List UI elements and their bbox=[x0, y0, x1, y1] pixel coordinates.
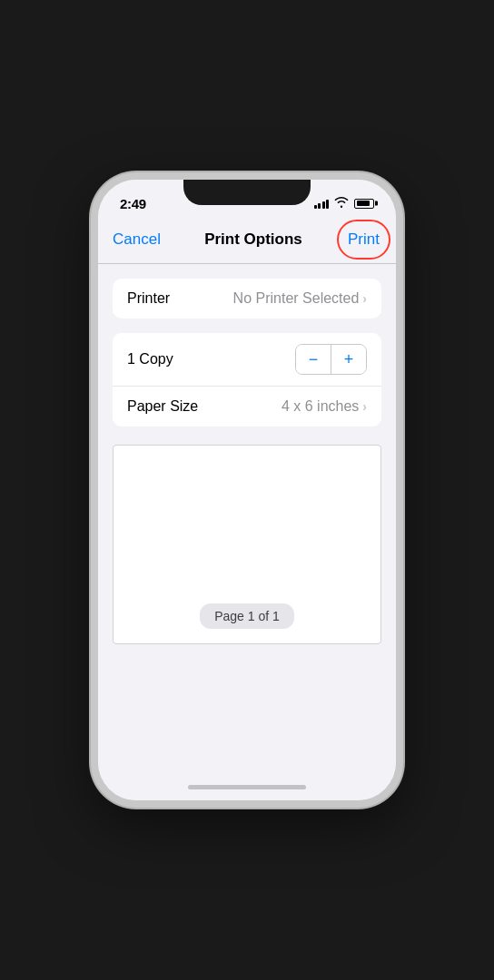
home-indicator bbox=[98, 773, 396, 800]
copy-stepper: − + bbox=[295, 344, 367, 375]
printer-row[interactable]: Printer No Printer Selected › bbox=[113, 279, 381, 318]
cancel-button[interactable]: Cancel bbox=[113, 227, 161, 252]
content-area: Printer No Printer Selected › 1 Copy − + bbox=[98, 264, 396, 773]
paper-size-value-wrapper: 4 x 6 inches › bbox=[282, 398, 367, 415]
printer-chevron-icon: › bbox=[362, 291, 367, 306]
signal-bars-icon bbox=[314, 198, 330, 209]
status-time: 2:49 bbox=[120, 196, 146, 211]
printer-label: Printer bbox=[127, 290, 170, 307]
screen: 2:49 Cancel bbox=[98, 180, 396, 800]
battery-icon bbox=[354, 199, 374, 209]
print-button-wrapper: Print bbox=[346, 227, 381, 252]
status-icons bbox=[314, 197, 375, 211]
paper-size-label: Paper Size bbox=[127, 398, 198, 415]
nav-title: Print Options bbox=[204, 230, 302, 249]
wifi-icon bbox=[334, 197, 349, 211]
print-preview: Page 1 of 1 bbox=[113, 445, 381, 644]
notch bbox=[183, 180, 311, 205]
page-indicator: Page 1 of 1 bbox=[200, 603, 294, 629]
copy-paper-section: 1 Copy − + Paper Size 4 x 6 inches › bbox=[113, 333, 381, 426]
home-bar bbox=[188, 785, 306, 789]
increment-button[interactable]: + bbox=[331, 345, 366, 374]
printer-value: No Printer Selected bbox=[233, 290, 360, 307]
copy-label: 1 Copy bbox=[127, 351, 173, 368]
phone-frame: 2:49 Cancel bbox=[91, 172, 403, 808]
paper-size-chevron-icon: › bbox=[362, 399, 367, 414]
copy-row: 1 Copy − + bbox=[113, 333, 381, 387]
printer-value-wrapper: No Printer Selected › bbox=[233, 290, 367, 307]
nav-bar: Cancel Print Options Print bbox=[98, 220, 396, 264]
printer-section: Printer No Printer Selected › bbox=[113, 279, 381, 318]
decrement-button[interactable]: − bbox=[296, 345, 331, 374]
paper-size-row[interactable]: Paper Size 4 x 6 inches › bbox=[113, 387, 381, 426]
paper-size-value: 4 x 6 inches bbox=[282, 398, 359, 415]
print-button[interactable]: Print bbox=[346, 227, 381, 252]
